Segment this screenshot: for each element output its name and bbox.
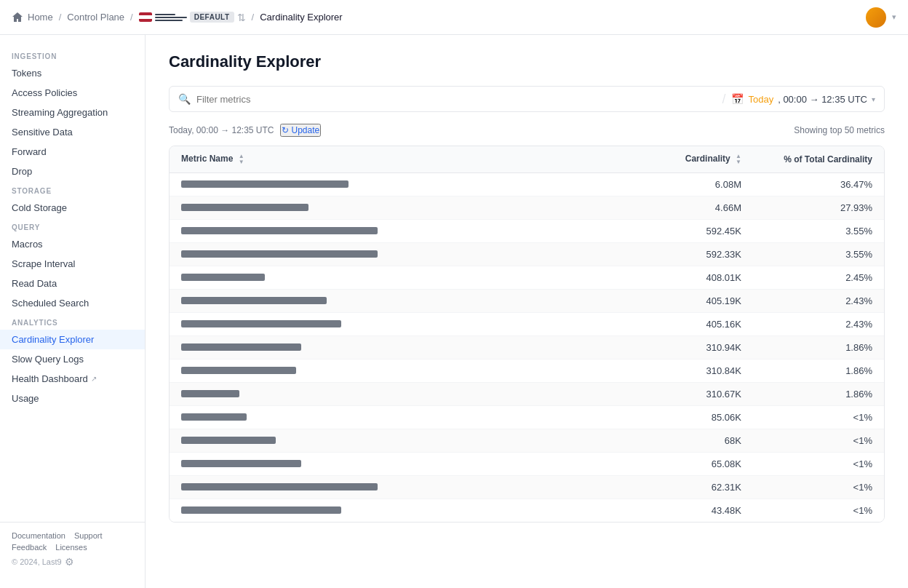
sort-icon-cardinality: ▲▼ [736, 154, 741, 165]
table-row: 4.66M27.93% [170, 196, 884, 220]
sidebar-item-scrape-interval[interactable]: Scrape Interval [0, 254, 145, 274]
metric-name-cell [170, 453, 608, 476]
metric-name-cell [170, 173, 608, 196]
storage-section-label: STORAGE [0, 181, 145, 198]
avatar-chevron[interactable]: ▾ [892, 12, 896, 22]
metric-name-cell [170, 499, 608, 523]
cardinality-cell: 592.33K [608, 243, 753, 266]
avatar[interactable] [866, 7, 886, 28]
stack-chevrons[interactable]: ⇅ [237, 12, 246, 23]
cardinality-cell: 405.16K [608, 313, 753, 336]
sidebar-item-read-data[interactable]: Read Data [0, 274, 145, 293]
sidebar-item-slow-query-logs[interactable]: Slow Query Logs [0, 349, 145, 369]
home-link[interactable]: Home [12, 12, 53, 23]
topnav: Home / Control Plane / DEFAULT ⇅ / Cardi… [0, 0, 908, 35]
table-row: 592.45K3.55% [170, 220, 884, 243]
date-picker[interactable]: 📅 Today , 00:00 → 12:35 UTC ▾ [731, 93, 875, 105]
breadcrumb-sep-2: / [130, 12, 133, 23]
table-header-row: Metric Name ▲▼ Cardinality ▲▼ % of Total… [170, 146, 884, 173]
cardinality-cell: 310.84K [608, 359, 753, 383]
metric-name-cell [170, 336, 608, 359]
footer-documentation[interactable]: Documentation [12, 531, 65, 540]
meta-right: Showing top 50 metrics [794, 125, 885, 135]
date-range-label: , 00:00 → 12:35 UTC [778, 94, 867, 105]
showing-label: Showing top 50 metrics [794, 125, 885, 135]
page-title: Cardinality Explorer [169, 52, 885, 71]
sidebar-item-drop[interactable]: Drop [0, 162, 145, 181]
sidebar-item-access-policies[interactable]: Access Policies [0, 83, 145, 103]
sidebar: INGESTION Tokens Access Policies Streami… [0, 35, 146, 588]
current-page-crumb: Cardinality Explorer [260, 12, 342, 23]
cardinality-cell: 405.19K [608, 290, 753, 313]
last9-icon: ⚙ [65, 556, 74, 568]
sidebar-item-tokens[interactable]: Tokens [0, 63, 145, 83]
filter-metrics-input[interactable] [196, 94, 716, 105]
cardinality-cell: 408.01K [608, 266, 753, 290]
footer-feedback[interactable]: Feedback [12, 543, 47, 552]
pct-cell: 27.93% [753, 196, 884, 220]
flag-icon [139, 12, 152, 22]
footer-support[interactable]: Support [74, 531, 103, 540]
date-range-display: Today, 00:00 → 12:35 UTC [169, 125, 274, 135]
table-row: 405.19K2.43% [170, 290, 884, 313]
pct-cell: <1% [753, 499, 884, 523]
pct-cell: 36.47% [753, 173, 884, 196]
table-row: 43.48K<1% [170, 499, 884, 523]
metric-name-cell [170, 243, 608, 266]
sidebar-item-scheduled-search[interactable]: Scheduled Search [0, 293, 145, 313]
metrics-table: Metric Name ▲▼ Cardinality ▲▼ % of Total… [170, 146, 884, 522]
query-section-label: QUERY [0, 218, 145, 234]
metric-name-cell [170, 383, 608, 406]
meta-row: Today, 00:00 → 12:35 UTC ↻ Update Showin… [169, 124, 885, 137]
filter-input-wrap: 🔍 [178, 93, 716, 105]
col-metric-name[interactable]: Metric Name ▲▼ [170, 146, 608, 173]
control-plane-crumb[interactable]: Control Plane [67, 12, 124, 23]
default-badge: DEFAULT [190, 12, 234, 23]
cardinality-cell: 592.45K [608, 220, 753, 243]
cardinality-cell: 6.08M [608, 173, 753, 196]
sidebar-item-macros[interactable]: Macros [0, 234, 145, 254]
footer-links: Documentation Support Feedback Licenses [12, 531, 133, 552]
table-row: 65.08K<1% [170, 453, 884, 476]
sidebar-item-streaming-aggregation[interactable]: Streaming Aggregation [0, 103, 145, 122]
update-button[interactable]: ↻ Update [280, 124, 322, 137]
col-pct: % of Total Cardinality [753, 146, 884, 173]
footer-copyright: © 2024, Last9 ⚙ [12, 556, 133, 568]
table-row: 6.08M36.47% [170, 173, 884, 196]
filter-bar: 🔍 / 📅 Today , 00:00 → 12:35 UTC ▾ [169, 86, 885, 112]
refresh-icon: ↻ [282, 125, 289, 135]
metric-name-cell [170, 429, 608, 453]
metric-name-cell [170, 196, 608, 220]
footer-licenses[interactable]: Licenses [55, 543, 87, 552]
pct-cell: <1% [753, 453, 884, 476]
table-row: 68K<1% [170, 429, 884, 453]
sidebar-item-sensitive-data[interactable]: Sensitive Data [0, 122, 145, 142]
sidebar-item-cardinality-explorer[interactable]: Cardinality Explorer [0, 330, 145, 349]
external-link-icon: ↗ [91, 375, 97, 383]
col-cardinality[interactable]: Cardinality ▲▼ [608, 146, 753, 173]
topnav-right: ▾ [866, 7, 896, 28]
ingestion-section-label: INGESTION [0, 47, 145, 63]
cardinality-cell: 68K [608, 429, 753, 453]
metric-name-cell [170, 266, 608, 290]
table-row: 408.01K2.45% [170, 266, 884, 290]
sidebar-item-cold-storage[interactable]: Cold Storage [0, 198, 145, 218]
pct-cell: 1.86% [753, 336, 884, 359]
stack-selector[interactable]: DEFAULT ⇅ [139, 12, 246, 23]
calendar-icon: 📅 [731, 93, 744, 105]
cardinality-cell: 65.08K [608, 453, 753, 476]
table-row: 405.16K2.43% [170, 313, 884, 336]
sidebar-item-usage[interactable]: Usage [0, 389, 145, 408]
table-row: 62.31K<1% [170, 476, 884, 499]
filter-separator: / [722, 92, 725, 107]
metric-name-cell [170, 406, 608, 429]
date-today-label: Today [748, 94, 773, 105]
metric-name-cell [170, 220, 608, 243]
home-icon [12, 12, 23, 23]
table-row: 310.84K1.86% [170, 359, 884, 383]
cardinality-cell: 310.67K [608, 383, 753, 406]
sidebar-item-forward[interactable]: Forward [0, 142, 145, 162]
pct-cell: 2.43% [753, 290, 884, 313]
sidebar-item-health-dashboard[interactable]: Health Dashboard ↗ [0, 369, 145, 389]
search-icon: 🔍 [178, 93, 191, 105]
